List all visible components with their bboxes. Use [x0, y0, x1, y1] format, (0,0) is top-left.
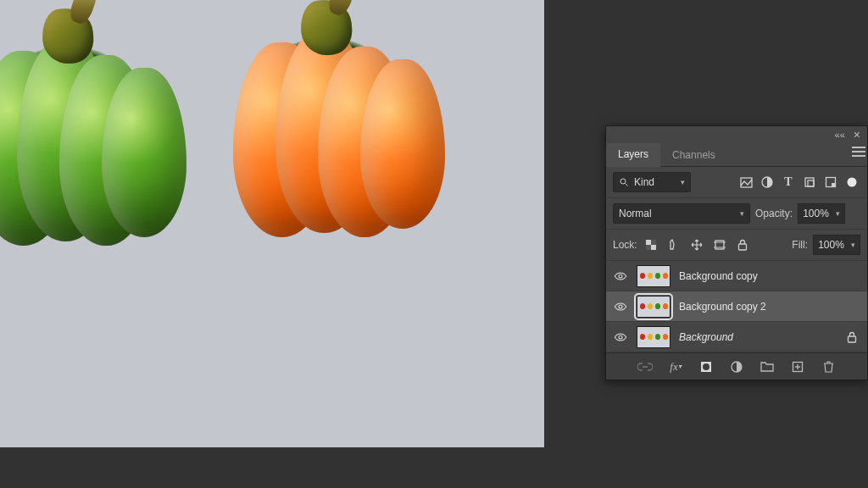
svg-rect-4: [805, 178, 814, 186]
group-icon[interactable]: [759, 358, 776, 375]
svg-rect-7: [832, 183, 836, 187]
panel-topbar: «« ×: [606, 126, 867, 143]
svg-rect-12: [646, 245, 651, 250]
layer-thumbnail[interactable]: [637, 296, 670, 318]
layer-name[interactable]: Background copy: [679, 270, 860, 282]
fill-input[interactable]: 100%▾: [813, 235, 860, 255]
document-canvas[interactable]: [0, 0, 544, 447]
filter-kind-label: Kind: [634, 176, 654, 188]
lock-all-icon[interactable]: [734, 236, 751, 253]
green-bell-pepper: [0, 17, 161, 229]
blend-row: Normal ▾ Opacity: 100%▾: [606, 198, 867, 230]
opacity-input[interactable]: 100%▾: [798, 203, 845, 224]
svg-point-19: [619, 336, 622, 339]
svg-rect-16: [738, 244, 746, 250]
search-icon: [619, 177, 629, 187]
svg-rect-20: [849, 336, 856, 342]
smartobject-filter-icon[interactable]: [822, 174, 839, 191]
svg-rect-10: [651, 245, 656, 250]
svg-point-22: [703, 363, 709, 370]
mask-icon[interactable]: [698, 358, 715, 375]
layer-name[interactable]: Background copy 2: [679, 301, 860, 313]
svg-rect-2: [741, 178, 752, 187]
adjustment-icon[interactable]: [728, 358, 745, 375]
lock-transparent-icon[interactable]: [643, 236, 659, 253]
layer-row[interactable]: Background: [606, 322, 867, 352]
layer-row[interactable]: Background copy: [606, 261, 867, 291]
lock-label: Lock:: [613, 239, 637, 251]
layer-filter-row: Kind ▾ T: [606, 167, 867, 198]
layers-list: Background copy Background copy 2 Backgr…: [606, 261, 867, 352]
panel-footer: fx▾: [606, 352, 867, 380]
blend-mode-value: Normal: [619, 208, 652, 219]
tab-channels[interactable]: Channels: [660, 143, 727, 166]
orange-bell-pepper: [233, 8, 420, 220]
link-icon[interactable]: [637, 358, 654, 375]
fx-icon[interactable]: fx▾: [667, 358, 684, 375]
opacity-label: Opacity:: [755, 208, 793, 219]
lock-artboard-icon[interactable]: [711, 236, 728, 253]
chevron-down-icon: ▾: [740, 209, 744, 218]
collapse-icon[interactable]: ««: [835, 130, 845, 140]
shape-filter-icon[interactable]: [801, 174, 818, 191]
layer-thumbnail[interactable]: [637, 265, 670, 287]
adjustment-filter-icon[interactable]: [759, 174, 776, 191]
svg-rect-11: [651, 240, 656, 245]
layer-thumbnail[interactable]: [637, 326, 670, 348]
svg-rect-9: [646, 240, 651, 245]
panel-menu-icon[interactable]: [850, 143, 867, 160]
filter-kind-select[interactable]: Kind ▾: [613, 172, 691, 192]
blend-mode-select[interactable]: Normal ▾: [613, 203, 750, 224]
visibility-toggle[interactable]: [613, 269, 628, 284]
close-icon[interactable]: ×: [854, 128, 860, 141]
lock-icon: [847, 331, 860, 343]
svg-point-17: [619, 274, 622, 278]
fill-value: 100%: [818, 239, 844, 251]
svg-line-1: [626, 184, 628, 186]
pixel-filter-icon[interactable]: [737, 174, 754, 191]
layers-panel: «« × Layers Channels Kind ▾ T: [605, 125, 868, 380]
opacity-value: 100%: [803, 208, 829, 219]
svg-rect-5: [808, 180, 814, 186]
right-dock: «« × Layers Channels Kind ▾ T: [544, 0, 868, 488]
chevron-down-icon: ▾: [681, 178, 685, 186]
layer-row[interactable]: Background copy 2: [606, 291, 867, 322]
lock-position-icon[interactable]: [688, 236, 705, 253]
delete-icon[interactable]: [820, 358, 837, 375]
artboard-filter-icon[interactable]: [843, 174, 860, 191]
svg-point-18: [619, 305, 622, 308]
new-layer-icon[interactable]: [789, 358, 806, 375]
visibility-toggle[interactable]: [613, 330, 628, 345]
workspace: «« × Layers Channels Kind ▾ T: [0, 0, 868, 488]
visibility-toggle[interactable]: [613, 299, 628, 314]
panel-tabs: Layers Channels: [606, 143, 867, 167]
tab-layers[interactable]: Layers: [606, 143, 660, 167]
lock-image-icon[interactable]: [665, 236, 682, 253]
svg-point-0: [620, 179, 626, 184]
svg-point-8: [848, 178, 857, 187]
fill-label: Fill:: [792, 239, 808, 251]
layer-name[interactable]: Background: [679, 331, 838, 343]
lock-row: Lock: Fill: 100%▾: [606, 230, 867, 261]
type-filter-icon[interactable]: T: [780, 174, 797, 191]
